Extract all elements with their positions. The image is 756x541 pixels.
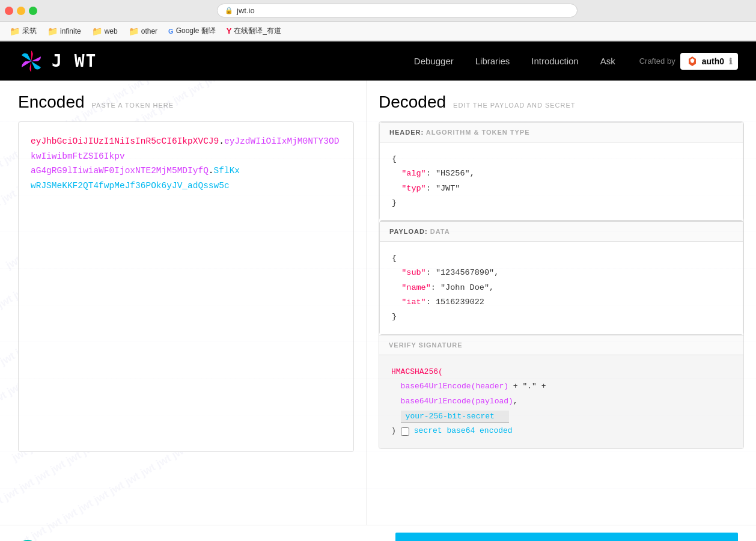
encoded-title: Encoded	[18, 93, 85, 112]
bookmark-infinite[interactable]: 📁 infinite	[43, 25, 86, 38]
payload-label: PAYLOAD:	[389, 228, 428, 235]
nav-ask[interactable]: Ask	[600, 56, 615, 66]
bookmark-label: 采筑	[22, 26, 37, 36]
folder-icon: 📁	[92, 26, 102, 36]
bookmark-google-translate[interactable]: G Google 翻译	[163, 24, 221, 38]
bookmark-label: Google 翻译	[176, 26, 216, 36]
verify-checkbox-label: secret base64 encoded	[414, 424, 513, 439]
maximize-window-button[interactable]	[29, 7, 37, 15]
bookmarks-bar: 📁 采筑 📁 infinite 📁 web 📁 other G Google 翻…	[0, 22, 756, 41]
encoded-panel-title: Encoded PASTE A TOKEN HERE	[18, 93, 354, 112]
encoded-panel: Encoded PASTE A TOKEN HERE eyJhbGciOiJIU…	[0, 81, 367, 525]
decoded-subtitle: EDIT THE PAYLOAD AND SECRET	[453, 102, 575, 109]
header-open-brace: {	[392, 152, 731, 167]
decoded-panel: Decoded EDIT THE PAYLOAD AND SECRET HEAD…	[367, 81, 756, 525]
auth0-info-icon[interactable]: ℹ	[729, 57, 732, 66]
nav-links: Debugger Libraries Introduction Ask	[414, 56, 615, 66]
auth0-icon	[686, 55, 698, 67]
youdao-icon: Y	[227, 26, 232, 35]
verify-fn-line: HMACSHA256(	[391, 365, 731, 380]
header-section-body: { "alg": "HS256", "typ": "JWT" }	[380, 142, 743, 220]
secret-base64-checkbox[interactable]	[401, 427, 409, 436]
verify-secret-line	[391, 409, 731, 424]
decoded-title: Decoded	[379, 93, 446, 112]
token-part1: eyJhbGciOiJIUzI1NiIsInR5cCI6IkpXVCJ9	[31, 136, 219, 146]
header-close-brace: }	[392, 196, 731, 210]
header-sublabel: ALGORITHM & TOKEN TYPE	[426, 129, 530, 136]
header-alg-line: "alg": "HS256",	[392, 167, 731, 181]
auth0-logo: auth0 ℹ	[680, 53, 738, 70]
verify-footer: ) secret base64 encoded	[391, 424, 731, 439]
payload-open-brace: {	[392, 251, 731, 266]
bottom-bar: ✓ Signature Verified SHARE JWT	[0, 525, 756, 541]
google-icon: G	[168, 28, 174, 35]
lock-icon: 🔒	[225, 7, 233, 14]
crafted-by: Crafted by auth0 ℹ	[639, 53, 738, 70]
payload-sub-line: "sub": "1234567890",	[392, 266, 731, 280]
browser-chrome: 🔒 jwt.io 📁 采筑 📁 infinite 📁 web 📁 other G…	[0, 0, 756, 41]
verify-section: VERIFY SIGNATURE HMACSHA256( base64UrlEn…	[379, 335, 743, 448]
bookmark-label: other	[141, 27, 157, 35]
header-label: HEADER:	[389, 129, 424, 136]
bookmark-youdao[interactable]: Y 在线翻译_有道	[222, 24, 286, 38]
verify-fn-name: HMACSHA256(	[391, 367, 443, 376]
verify-section-header: VERIFY SIGNATURE	[379, 335, 743, 355]
secret-input[interactable]	[401, 411, 509, 423]
share-jwt-button[interactable]: SHARE JWT	[395, 533, 738, 541]
bookmark-other[interactable]: 📁 other	[124, 25, 162, 38]
nav-debugger[interactable]: Debugger	[414, 56, 454, 66]
encoded-subtitle: PASTE A TOKEN HERE	[92, 102, 174, 109]
folder-icon: 📁	[129, 26, 139, 36]
verify-section-body: HMACSHA256( base64UrlEncode(header) + ".…	[379, 355, 743, 448]
verify-param2: base64UrlEncode(payload)	[401, 397, 513, 406]
decoded-sections-wrapper: HEADER: ALGORITHM & TOKEN TYPE { "alg": …	[379, 121, 744, 449]
payload-section-body: { "sub": "1234567890", "name": "John Doe…	[380, 242, 743, 334]
header-section-header: HEADER: ALGORITHM & TOKEN TYPE	[380, 123, 743, 142]
token-dot2: .	[209, 166, 214, 176]
main-content: Encoded PASTE A TOKEN HERE eyJhbGciOiJIU…	[0, 81, 756, 525]
encoded-box[interactable]: eyJhbGciOiJIUzI1NiIsInR5cCI6IkpXVCJ9.eyJ…	[18, 121, 354, 452]
header-typ-line: "typ": "JWT"	[392, 182, 731, 196]
bookmark-caizhu[interactable]: 📁 采筑	[5, 24, 41, 38]
header-section: HEADER: ALGORITHM & TOKEN TYPE { "alg": …	[379, 122, 743, 221]
payload-close-brace: }	[392, 310, 731, 324]
folder-icon: 📁	[47, 26, 58, 36]
nav-introduction[interactable]: Introduction	[531, 56, 578, 66]
verify-param1: base64UrlEncode(header)	[401, 382, 508, 391]
payload-iat-line: "iat": 1516239022	[392, 295, 731, 310]
verify-concat2: ,	[513, 397, 518, 406]
nav-libraries[interactable]: Libraries	[475, 56, 510, 66]
logo-area: J WT	[18, 48, 97, 75]
payload-sublabel: DATA	[430, 228, 450, 235]
navbar: J WT Debugger Libraries Introduction Ask…	[0, 41, 756, 81]
verify-line2: base64UrlEncode(payload),	[391, 394, 731, 409]
token-dot1: .	[219, 136, 224, 146]
browser-titlebar: 🔒 jwt.io	[0, 0, 756, 22]
verify-label: VERIFY SIGNATURE	[389, 341, 463, 349]
browser-controls	[5, 7, 37, 15]
address-bar[interactable]: 🔒 jwt.io	[217, 4, 578, 17]
payload-name-line: "name": "John Doe",	[392, 281, 731, 295]
bookmark-web[interactable]: 📁 web	[87, 25, 123, 38]
payload-section-header: PAYLOAD: DATA	[380, 221, 743, 242]
logo-text: J WT	[52, 51, 97, 71]
auth0-text: auth0	[702, 57, 724, 66]
bookmark-label: web	[105, 27, 118, 35]
close-window-button[interactable]	[5, 7, 13, 15]
bookmark-label: 在线翻译_有道	[234, 26, 281, 36]
crafted-by-text: Crafted by	[639, 57, 675, 66]
payload-section: PAYLOAD: DATA { "sub": "1234567890", "na…	[379, 221, 743, 334]
bookmark-label: infinite	[60, 27, 81, 35]
url-text: jwt.io	[237, 6, 255, 15]
main-wrapper: jwt jwt jwt jwt jwt jwt jwt jwt jwt jwt …	[0, 81, 756, 541]
verify-concat1: + "." +	[508, 382, 546, 391]
folder-icon: 📁	[10, 26, 20, 36]
verify-line1: base64UrlEncode(header) + "." +	[391, 379, 731, 394]
jwt-logo-icon	[18, 48, 44, 75]
minimize-window-button[interactable]	[17, 7, 25, 15]
verify-close-paren: )	[391, 424, 396, 439]
decoded-panel-title: Decoded EDIT THE PAYLOAD AND SECRET	[379, 93, 744, 112]
